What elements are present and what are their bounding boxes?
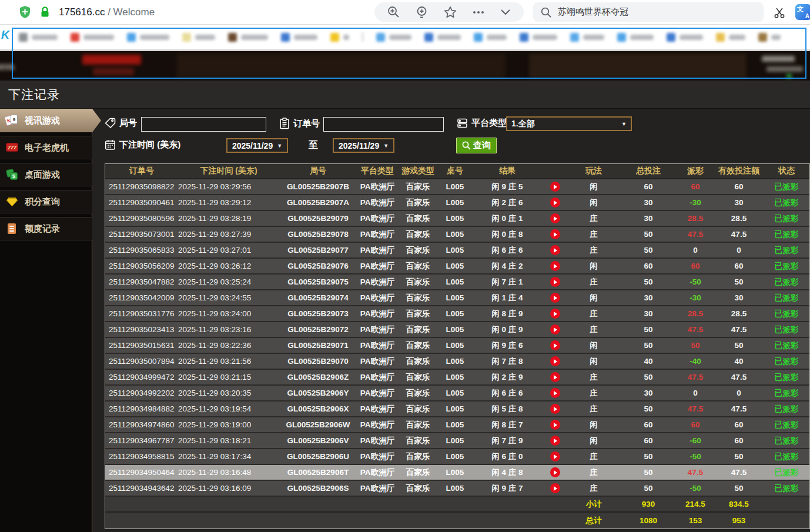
bookmark-favicon-icon — [716, 33, 725, 42]
play-video-button[interactable] — [550, 213, 560, 223]
bookmark-item[interactable] — [330, 33, 349, 42]
cell-bet-on: 闲 — [567, 436, 620, 446]
cell-payout: 47.5 — [677, 230, 714, 239]
cell-valid-bet: 47.5 — [714, 468, 764, 477]
sidebar-item-5[interactable]: 额度记录 — [0, 217, 92, 240]
cell-order-no: 251129035015631 — [105, 341, 178, 350]
play-video-button[interactable] — [550, 420, 560, 430]
play-video-button[interactable] — [550, 436, 560, 446]
foot-total-bet: 930 — [620, 500, 677, 508]
lock-icon[interactable] — [40, 6, 50, 18]
play-video-button[interactable] — [550, 277, 560, 287]
blurred-red-banner — [82, 55, 141, 65]
bookmark-item[interactable] — [520, 33, 557, 42]
play-video-button[interactable] — [550, 356, 560, 366]
date-from-select[interactable]: 2025/11/29 ▼ — [226, 138, 288, 153]
play-video-button[interactable] — [550, 324, 560, 334]
play-video-button[interactable] — [550, 451, 560, 461]
bookmark-item[interactable] — [424, 33, 461, 42]
cell-platform: PA欧洲厅 — [357, 277, 398, 287]
cell-order-no: 251129034992202 — [105, 389, 178, 397]
date-to-select[interactable]: 2025/11/29 ▼ — [333, 138, 394, 153]
bookmark-item[interactable] — [716, 33, 745, 42]
bookmark-item[interactable] — [474, 33, 507, 42]
cell-status: 已派彩 — [764, 340, 809, 351]
sidebar-item-4[interactable]: 积分查询 — [0, 190, 92, 213]
cell-play — [543, 356, 567, 366]
play-video-button[interactable] — [550, 404, 560, 414]
zoom-in-icon[interactable] — [387, 6, 400, 18]
play-video-button[interactable] — [550, 198, 560, 208]
cell-order-no: 251129035056209 — [105, 262, 178, 270]
table-row: 2511290350078942025-11-29 03:21:56GL0052… — [105, 354, 809, 370]
bookmark-item[interactable] — [570, 33, 604, 42]
play-video-button[interactable] — [550, 182, 560, 192]
cell-bet-on: 庄 — [567, 324, 620, 335]
play-video-button[interactable] — [550, 309, 560, 319]
cell-platform: PA欧洲厅 — [357, 198, 398, 208]
lightbulb-add-icon[interactable] — [416, 6, 428, 19]
cell-round-no: GL00525B29070 — [279, 357, 357, 366]
table-row: 2511290350420092025-11-29 03:24:55GL0052… — [105, 290, 809, 306]
cell-result: 闲 4 庄 8 — [472, 467, 543, 478]
cell-table-no: L005 — [438, 214, 472, 223]
play-video-button[interactable] — [550, 372, 560, 382]
browser-search-box[interactable]: 苏翊鸣世界杯夺冠 — [533, 2, 764, 22]
cell-total-bet: 50 — [620, 341, 677, 350]
play-video-button[interactable] — [550, 467, 560, 477]
blurred-red-banner-2 — [93, 68, 134, 75]
cell-round-no: GL00525B2907B — [279, 182, 357, 191]
calendar-icon — [105, 139, 116, 150]
round-no-input[interactable] — [141, 117, 266, 132]
table-row: 2511290350317762025-11-29 03:24:00GL0052… — [105, 306, 809, 322]
total-row: 总计1080153953 — [105, 513, 809, 528]
play-video-button[interactable] — [550, 293, 560, 303]
sidebar-item-2[interactable]: 777电子老虎机 — [0, 136, 92, 159]
shield-add-icon[interactable] — [19, 5, 31, 19]
bookmark-star-icon[interactable] — [444, 6, 457, 18]
cell-platform: PA欧洲厅 — [357, 356, 398, 367]
bookmark-item[interactable] — [228, 33, 268, 42]
play-video-button[interactable] — [550, 340, 560, 350]
play-video-button[interactable] — [550, 229, 560, 239]
bookmark-item[interactable] — [758, 33, 781, 42]
bookmark-label-blur — [437, 35, 461, 40]
cell-play — [543, 420, 567, 430]
play-video-button[interactable] — [550, 261, 560, 271]
credit-records-icon — [5, 222, 19, 235]
bookmark-item[interactable] — [617, 33, 654, 42]
play-video-button[interactable] — [550, 388, 560, 398]
bookmark-item[interactable] — [667, 33, 703, 42]
bookmark-item[interactable] — [19, 33, 58, 42]
cell-table-no: L005 — [438, 420, 472, 429]
play-video-button[interactable] — [550, 483, 560, 493]
cell-round-no: GL00525B29076 — [279, 262, 357, 270]
bookmark-item[interactable] — [376, 33, 411, 42]
chevron-down-icon[interactable] — [500, 9, 511, 15]
scissors-icon[interactable] — [773, 6, 786, 19]
query-button[interactable]: 查询 — [456, 138, 497, 153]
cell-platform: PA欧洲厅 — [357, 372, 398, 383]
address-url[interactable]: 175616.cc / Welcome — [59, 6, 155, 18]
cell-round-no: GL00525B29073 — [279, 309, 357, 318]
cell-valid-bet: 40 — [714, 357, 764, 366]
sidebar-item-1[interactable]: K9视讯游戏 — [0, 109, 101, 132]
platform-type-select[interactable]: 1.全部 ▼ — [506, 116, 632, 131]
tag-icon — [105, 118, 116, 129]
sidebar-item-3[interactable]: $桌面游戏 — [0, 163, 92, 186]
cell-platform: PA欧洲厅 — [357, 261, 398, 272]
order-no-input[interactable] — [323, 117, 444, 132]
cell-bet-time: 2025-11-29 03:22:36 — [178, 341, 279, 350]
more-options-icon[interactable] — [473, 11, 484, 14]
bookmark-item[interactable] — [182, 33, 215, 42]
cell-game-type: 百家乐 — [398, 261, 438, 272]
bookmark-item[interactable] — [281, 33, 317, 42]
cell-bet-time: 2025-11-29 03:19:00 — [178, 420, 279, 429]
bookmark-item[interactable] — [71, 33, 114, 42]
header-col-6: 桌号 — [438, 166, 472, 176]
play-video-button[interactable] — [550, 245, 560, 255]
cell-bet-time: 2025-11-29 03:21:56 — [178, 357, 279, 366]
bookmark-item[interactable] — [127, 33, 169, 42]
bookmark-label-blur — [680, 35, 703, 40]
translate-icon[interactable]: 文A — [795, 4, 810, 20]
